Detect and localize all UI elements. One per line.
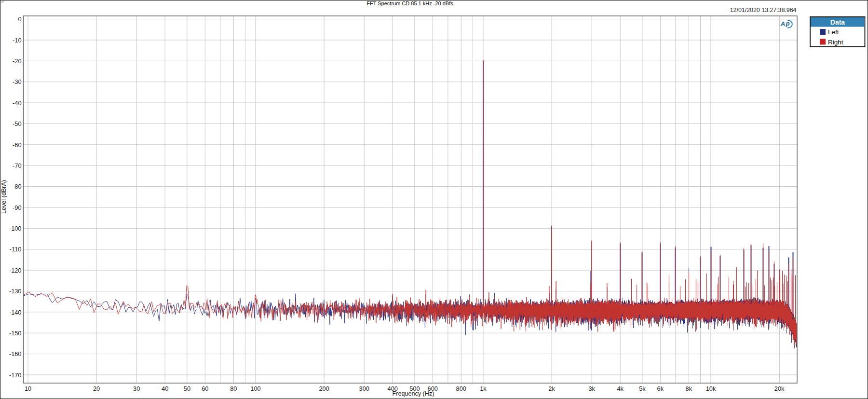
svg-text:100: 100 <box>250 385 260 392</box>
svg-text:-50: -50 <box>13 120 22 127</box>
svg-text:10k: 10k <box>706 385 716 392</box>
svg-text:12/01/2020 13:27:38.964: 12/01/2020 13:27:38.964 <box>730 7 797 14</box>
svg-text:40: 40 <box>162 385 168 392</box>
svg-text:-60: -60 <box>13 141 22 149</box>
svg-text:8k: 8k <box>686 385 692 392</box>
svg-text:20: 20 <box>93 385 100 392</box>
svg-text:6k: 6k <box>657 385 664 392</box>
svg-text:-40: -40 <box>13 99 22 107</box>
svg-text:-10: -10 <box>13 37 22 44</box>
svg-text:20k: 20k <box>774 385 785 392</box>
svg-text:-160: -160 <box>9 350 22 358</box>
svg-text:FFT Spectrum CD 85 1 kHz -20 d: FFT Spectrum CD 85 1 kHz -20 dBfs <box>366 0 453 6</box>
svg-text:p: p <box>786 20 790 27</box>
svg-text:30: 30 <box>133 385 140 392</box>
svg-text:Data: Data <box>830 18 845 26</box>
svg-text:50: 50 <box>184 385 190 392</box>
svg-text:Level (dBrA): Level (dBrA) <box>0 180 7 214</box>
svg-text:-110: -110 <box>10 246 22 253</box>
svg-text:300: 300 <box>359 385 369 392</box>
svg-text:60: 60 <box>202 385 208 392</box>
svg-text:4k: 4k <box>617 385 624 392</box>
svg-text:-20: -20 <box>13 57 22 65</box>
svg-text:-150: -150 <box>9 330 22 337</box>
svg-text:200: 200 <box>319 385 329 392</box>
svg-text:Frequency (Hz): Frequency (Hz) <box>393 390 434 397</box>
svg-text:-30: -30 <box>13 78 22 85</box>
svg-text:-80: -80 <box>13 183 22 190</box>
svg-text:3k: 3k <box>588 385 595 392</box>
svg-text:2k: 2k <box>548 385 555 392</box>
svg-text:10: 10 <box>25 385 31 392</box>
svg-text:-140: -140 <box>9 309 22 316</box>
svg-text:Right: Right <box>828 39 843 46</box>
svg-text:-70: -70 <box>13 162 22 169</box>
svg-text:-170: -170 <box>9 371 22 379</box>
svg-text:-90: -90 <box>13 204 22 211</box>
svg-text:A: A <box>780 20 786 28</box>
svg-text:0: 0 <box>18 15 21 23</box>
svg-text:1k: 1k <box>480 385 487 392</box>
svg-text:-100: -100 <box>9 225 22 232</box>
svg-text:5k: 5k <box>639 385 646 392</box>
svg-text:800: 800 <box>456 385 466 392</box>
svg-text:-120: -120 <box>9 267 22 274</box>
svg-text:-130: -130 <box>9 288 22 295</box>
svg-text:Left: Left <box>828 28 839 36</box>
svg-text:80: 80 <box>230 385 237 392</box>
